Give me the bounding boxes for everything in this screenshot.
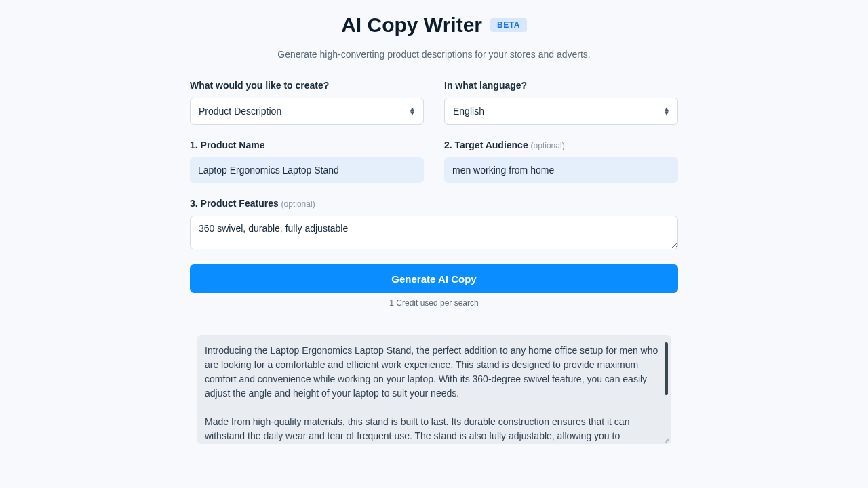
- product-name-input[interactable]: [190, 157, 424, 183]
- output-panel[interactable]: Introducing the Laptop Ergonomics Laptop…: [197, 336, 671, 444]
- product-name-col: 1. Product Name: [190, 140, 424, 183]
- features-col: 3. Product Features (optional): [190, 198, 678, 252]
- audience-input[interactable]: [444, 157, 678, 183]
- form-row-inputs: 1. Product Name 2. Target Audience (opti…: [190, 140, 678, 183]
- language-select[interactable]: English: [444, 98, 678, 125]
- features-label: 3. Product Features (optional): [190, 198, 678, 209]
- output-text: Introducing the Laptop Ergonomics Laptop…: [205, 344, 659, 444]
- language-select-wrap: English ▲▼: [444, 98, 678, 125]
- audience-label: 2. Target Audience (optional): [444, 140, 678, 150]
- create-type-col: What would you like to create? Product D…: [190, 80, 424, 125]
- page-subtitle: Generate high-converting product descrip…: [81, 49, 787, 60]
- title-row: AI Copy Writer BETA: [81, 14, 787, 37]
- features-optional-hint: (optional): [281, 199, 315, 209]
- section-divider: [81, 323, 787, 323]
- page-header: AI Copy Writer BETA Generate high-conver…: [81, 14, 787, 60]
- audience-label-text: 2. Target Audience: [444, 140, 528, 150]
- audience-col: 2. Target Audience (optional): [444, 140, 678, 183]
- form-row-selects: What would you like to create? Product D…: [190, 80, 678, 125]
- page-container: AI Copy Writer BETA Generate high-conver…: [81, 0, 787, 444]
- create-type-select-wrap: Product Description ▲▼: [190, 98, 424, 125]
- page-title: AI Copy Writer: [341, 14, 482, 37]
- features-label-text: 3. Product Features: [190, 198, 279, 209]
- resize-handle-icon[interactable]: [663, 436, 670, 443]
- credit-note: 1 Credit used per search: [190, 298, 678, 308]
- create-type-label: What would you like to create?: [190, 80, 424, 91]
- product-name-label: 1. Product Name: [190, 140, 424, 150]
- language-col: In what language? English ▲▼: [444, 80, 678, 125]
- create-type-select[interactable]: Product Description: [190, 98, 424, 125]
- features-textarea[interactable]: [190, 216, 678, 249]
- beta-badge: BETA: [490, 18, 527, 32]
- generate-button[interactable]: Generate AI Copy: [190, 264, 678, 293]
- language-label: In what language?: [444, 80, 678, 91]
- copy-form: What would you like to create? Product D…: [190, 80, 678, 308]
- audience-optional-hint: (optional): [531, 141, 565, 150]
- scrollbar-thumb[interactable]: [665, 342, 668, 395]
